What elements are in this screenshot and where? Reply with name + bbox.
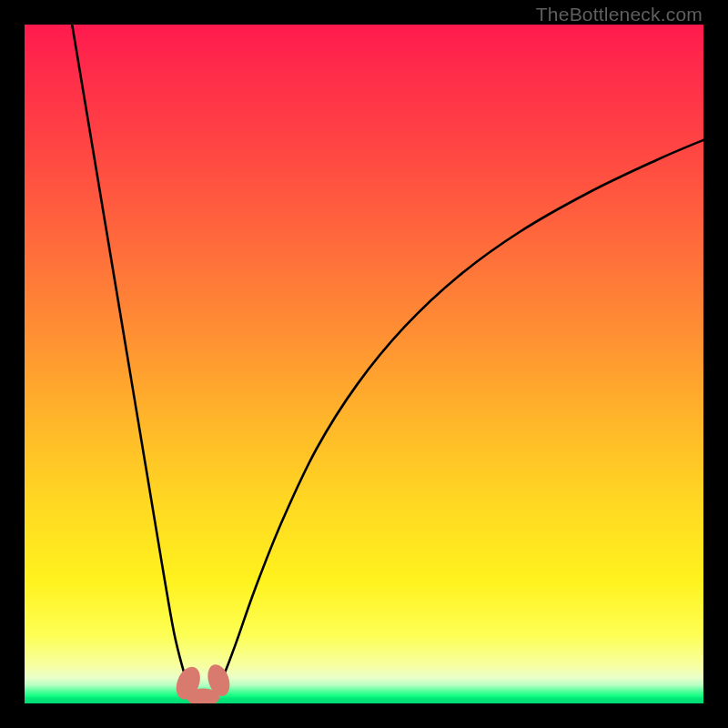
curve-left-branch [72,25,194,695]
plot-area [25,25,703,703]
curve-overlay [25,25,703,703]
watermark-text: TheBottleneck.com [536,4,703,25]
curve-right-branch [211,140,703,695]
outer-frame: TheBottleneck.com [0,0,728,728]
